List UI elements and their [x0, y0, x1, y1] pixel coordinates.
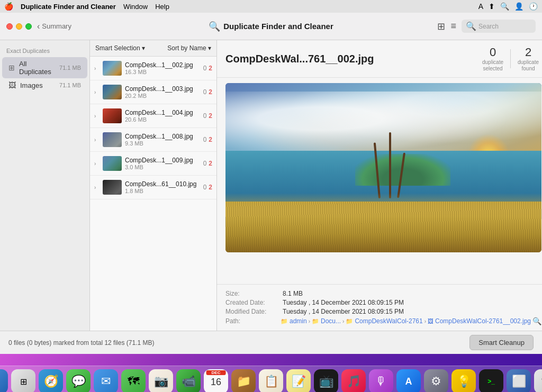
apple-menu[interactable]: 🍎 — [4, 2, 13, 11]
file-size-3: 9.3 MB — [125, 140, 200, 147]
path-arrow-0: › — [309, 318, 310, 324]
path-item-0[interactable]: 📁 admin — [281, 317, 307, 325]
path-item-2[interactable]: 📁 CompDeskWalCol-2761 — [346, 317, 422, 325]
dock-trash[interactable]: 🗑 — [534, 369, 542, 392]
search-icon: 🔍 — [466, 21, 476, 31]
dock-calendar[interactable]: DEC 16 — [204, 369, 228, 392]
file-counts-4: 0 2 — [203, 160, 212, 167]
search-box[interactable]: 🔍 — [462, 20, 536, 33]
file-info-0: CompDesk...1__002.jpg 16.3 MB — [125, 61, 200, 75]
preview-filename: CompDeskWal...761__002.jpg — [225, 53, 473, 65]
expand-arrow-3[interactable]: › — [94, 137, 100, 143]
path-item-label-3: CompDeskWalCol-2761__002.jpg — [435, 317, 531, 325]
dock-appletv[interactable]: 📺 — [314, 369, 338, 392]
close-button[interactable] — [6, 23, 13, 30]
grid-view-icon[interactable]: ⊞ — [437, 21, 445, 32]
main-layout: Exact Duplicates ⊞ All Duplicates 71.1 M… — [0, 40, 542, 331]
dock-launchpad[interactable]: ⊞ — [11, 369, 35, 392]
all-duplicates-label: All Duplicates — [19, 60, 55, 76]
path-item-label-0: admin — [290, 317, 307, 325]
search-input[interactable] — [478, 23, 531, 30]
file-thumb-2 — [103, 108, 122, 123]
sidebar: Exact Duplicates ⊞ All Duplicates 71.1 M… — [0, 40, 90, 331]
dock-facetime[interactable]: 📹 — [176, 369, 201, 392]
user-icon[interactable]: 👤 — [514, 2, 523, 11]
stat-found-label: duplicatefound — [515, 59, 541, 72]
dock-messages[interactable]: 💬 — [66, 369, 91, 392]
file-name-1: CompDesk...1__003.jpg — [125, 85, 200, 93]
expand-arrow-0[interactable]: › — [94, 66, 100, 71]
file-info-3: CompDesk...1__008.jpg 9.3 MB — [125, 133, 200, 147]
dock-reminders[interactable]: 📋 — [259, 369, 283, 392]
maximize-button[interactable] — [25, 23, 32, 30]
a-icon[interactable]: A — [478, 2, 483, 11]
dock-appstore[interactable]: A — [396, 369, 421, 392]
file-counts-1: 0 2 — [203, 88, 212, 96]
sort-by-button[interactable]: Sort by Name ▾ — [167, 44, 211, 52]
dock-notes[interactable]: 📝 — [286, 369, 311, 392]
file-counts-0: 0 2 — [203, 65, 212, 72]
file-name-4: CompDesk...1__009.jpg — [125, 157, 200, 164]
expand-arrow-1[interactable]: › — [94, 89, 100, 95]
smart-cleanup-button[interactable]: Smart Cleanup — [469, 335, 534, 350]
dock-dupefinder[interactable]: 💡 — [451, 369, 476, 392]
file-size-1: 20.2 MB — [125, 93, 200, 99]
file-list: Smart Selection ▾ Sort by Name ▾ › CompD… — [90, 40, 217, 331]
menu-bar: 🍎 Duplicate Finder and Cleaner Window He… — [0, 0, 542, 13]
sidebar-item-images[interactable]: 🖼 Images 71.1 MB — [2, 78, 87, 92]
title-right: ⊞ ≡ 🔍 — [437, 20, 536, 33]
clock-icon[interactable]: 🕐 — [529, 2, 538, 11]
size-label: Size: — [225, 290, 278, 297]
file-item-3[interactable]: › CompDesk...1__008.jpg 9.3 MB 0 2 — [90, 128, 216, 152]
menu-help[interactable]: Help — [155, 3, 169, 11]
path-item-3[interactable]: 🖼 CompDeskWalCol-2761__002.jpg — [428, 317, 531, 325]
dock-systemprefs[interactable]: ⚙ — [424, 369, 448, 392]
count-found-3: 2 — [209, 136, 212, 143]
file-info-5: CompDesk...61__010.jpg 1.8 MB — [125, 180, 200, 194]
file-counts-2: 0 2 — [203, 112, 212, 120]
dock-safari[interactable]: 🧭 — [39, 369, 63, 392]
expand-arrow-2[interactable]: › — [94, 113, 100, 119]
menu-window[interactable]: Window — [123, 3, 148, 11]
dock-podcasts[interactable]: 🎙 — [369, 369, 393, 392]
file-item-0[interactable]: › CompDesk...1__002.jpg 16.3 MB 0 2 — [90, 57, 216, 80]
path-item-1[interactable]: 📁 Docu... — [312, 317, 341, 325]
back-button[interactable]: ‹ — [37, 22, 40, 31]
file-item-2[interactable]: › CompDesk...1__004.jpg 20.6 MB 0 2 — [90, 104, 216, 128]
expand-arrow-4[interactable]: › — [94, 161, 100, 167]
path-arrow-1: › — [342, 318, 344, 324]
dock: 🖥 ⊞ 🧭 💬 ✉ 🗺 📷 📹 DEC 16 📁 📋 📝 📺 🎵 🎙 A ⚙ 💡… — [0, 366, 542, 392]
app-title: Duplicate Finder and Cleaner — [223, 22, 333, 31]
bottom-bar: 0 files (0 bytes) marked from total 12 f… — [0, 331, 542, 354]
dock-files[interactable]: 📁 — [231, 369, 256, 392]
file-name-0: CompDesk...1__002.jpg — [125, 61, 200, 69]
sidebar-item-all-duplicates[interactable]: ⊞ All Duplicates 71.1 MB — [2, 57, 87, 78]
expand-arrow-5[interactable]: › — [94, 185, 100, 190]
file-info-4: CompDesk...1__009.jpg 3.0 MB — [125, 157, 200, 170]
dock-photos[interactable]: 📷 — [149, 369, 173, 392]
count-selected-2: 0 — [203, 112, 207, 120]
dock-terminal[interactable]: >_ — [479, 369, 503, 392]
minimize-button[interactable] — [16, 23, 22, 30]
file-size-4: 3.0 MB — [125, 164, 200, 170]
file-thumb-4 — [103, 156, 122, 171]
dock-window[interactable]: ⬜ — [507, 369, 531, 392]
search-menu-icon[interactable]: 🔍 — [500, 2, 509, 11]
dock-mail[interactable]: ✉ — [94, 369, 118, 392]
file-item-4[interactable]: › CompDesk...1__009.jpg 3.0 MB 0 2 — [90, 152, 216, 176]
dock-music[interactable]: 🎵 — [341, 369, 366, 392]
dock-finder[interactable]: 🖥 — [0, 369, 8, 392]
upload-icon[interactable]: ⬆ — [489, 2, 495, 11]
stat-found: 2 duplicatefound — [515, 45, 541, 72]
file-item-1[interactable]: › CompDesk...1__003.jpg 20.2 MB 0 2 — [90, 80, 216, 104]
images-label: Images — [20, 81, 55, 89]
detail-created-row: Created Date: Tuesday , 14 December 2021… — [225, 299, 541, 306]
smart-selection-button[interactable]: Smart Selection ▾ — [95, 44, 145, 52]
preview-image — [225, 83, 541, 252]
dock-maps[interactable]: 🗺 — [121, 369, 146, 392]
summary-label[interactable]: Summary — [42, 22, 71, 30]
file-item-5[interactable]: › CompDesk...61__010.jpg 1.8 MB 0 2 — [90, 176, 216, 199]
all-duplicates-size: 71.1 MB — [59, 65, 81, 71]
list-view-icon[interactable]: ≡ — [450, 21, 456, 32]
path-search-icon[interactable]: 🔍 — [532, 317, 541, 325]
